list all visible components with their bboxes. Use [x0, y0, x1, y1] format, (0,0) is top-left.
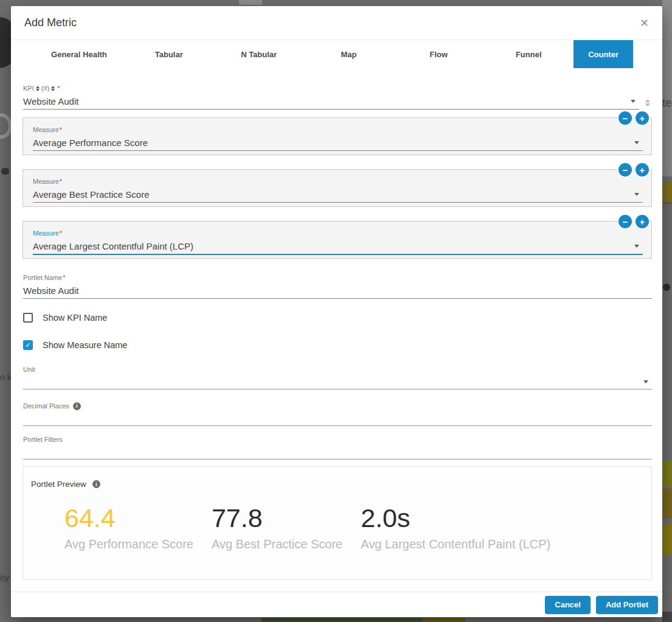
measure-card: − + Measure * Average Best Practice Scor…	[23, 169, 652, 207]
chevron-down-icon	[631, 100, 636, 103]
chevron-down-icon	[634, 193, 639, 196]
portlet-name-label: Portlet Name *	[23, 273, 652, 282]
backdrop-panel-fragment	[239, 0, 262, 5]
measure-card: − + Measure * Average Largest Contentful…	[23, 221, 652, 259]
preview-metrics: 64.4 Avg Performance Score 77.8 Avg Best…	[31, 505, 651, 551]
metric-value-2: 2.0s	[361, 505, 550, 531]
unit-block: Unit	[23, 365, 652, 390]
modal-footer: Cancel Add Portlet	[11, 592, 662, 617]
chevron-down-icon	[634, 245, 639, 248]
measure-label: Measure *	[33, 229, 643, 237]
tab-n-tabular[interactable]: N Tabular	[214, 40, 304, 68]
measure-select[interactable]: Average Performance Score	[33, 135, 643, 151]
backdrop-divider-fragment	[662, 202, 672, 204]
unit-select[interactable]	[23, 375, 652, 390]
measure-label: Measure *	[33, 125, 643, 134]
modal-body: KPI (#) * Website Audit − +	[11, 68, 662, 592]
portlet-filters-label: Portlet Filters	[23, 435, 652, 444]
backdrop-cell-fragment	[662, 183, 672, 202]
add-metric-modal: Add Metric ✕ General Health Tabular N Ta…	[11, 6, 662, 617]
tab-map[interactable]: Map	[304, 40, 394, 68]
kpi-select[interactable]: Website Audit	[23, 94, 639, 110]
preview-metric: 77.8 Avg Best Practice Score	[212, 505, 342, 551]
backdrop-cell-fragment	[662, 489, 672, 519]
backdrop-cell-fragment	[662, 612, 672, 622]
backdrop-text-fragment: n k	[0, 372, 12, 382]
decimal-places-block: Decimal Places i	[23, 402, 652, 426]
tab-counter[interactable]: Counter	[573, 40, 633, 68]
cancel-button[interactable]: Cancel	[545, 596, 591, 614]
metric-label: Avg Best Practice Score	[212, 537, 342, 551]
measure-select[interactable]: Average Largest Contentful Paint (LCP)	[33, 239, 643, 255]
backdrop-panel-fragment	[662, 0, 672, 176]
show-kpi-name-checkbox-row[interactable]: ✓ Show KPI Name	[23, 312, 652, 323]
sort-icon	[51, 86, 55, 91]
decimal-places-input[interactable]	[23, 411, 652, 426]
checkbox-label: Show Measure Name	[43, 340, 127, 350]
add-measure-button[interactable]: +	[636, 111, 649, 125]
backdrop-cell-fragment	[262, 618, 423, 622]
backdrop-cell-fragment	[662, 525, 672, 555]
preview-metric: 2.0s Avg Largest Contentful Paint (LCP)	[361, 505, 550, 551]
kpi-label: KPI (#) *	[23, 84, 639, 93]
portlet-name-input[interactable]: Website Audit	[23, 283, 652, 299]
kpi-value: Website Audit	[23, 96, 78, 107]
backdrop-icon-fragment	[663, 284, 670, 291]
portlet-filters-block: Portlet Filters	[23, 435, 652, 460]
tab-bar: General Health Tabular N Tabular Map Flo…	[11, 40, 662, 68]
backdrop-cell-fragment	[423, 618, 465, 622]
checkbox-icon[interactable]: ✓	[23, 313, 33, 323]
spinner-icon[interactable]	[643, 99, 652, 110]
add-measure-button[interactable]: +	[636, 163, 649, 176]
metric-label: Avg Largest Contentful Paint (LCP)	[361, 537, 550, 551]
info-icon: i	[92, 480, 100, 488]
portlet-name-value: Website Audit	[23, 285, 78, 296]
backdrop-badge-fragment	[1, 168, 9, 175]
backdrop-text-fragment: ity	[0, 572, 9, 582]
kpi-field-block: KPI (#) * Website Audit	[23, 84, 652, 110]
portlet-filters-input[interactable]	[23, 445, 652, 460]
chevron-down-icon	[643, 380, 648, 383]
backdrop-gauge-fragment	[0, 113, 12, 139]
metric-value-0: 64.4	[64, 505, 193, 531]
measure-select[interactable]: Average Best Practice Score	[33, 187, 643, 203]
show-measure-name-checkbox-row[interactable]: ✓ Show Measure Name	[23, 340, 652, 351]
close-icon[interactable]: ✕	[640, 18, 649, 29]
portlet-preview: Portlet Preview i 64.4 Avg Performance S…	[23, 466, 652, 580]
chevron-down-icon	[634, 141, 639, 144]
tab-tabular[interactable]: Tabular	[124, 40, 214, 68]
portlet-preview-title: Portlet Preview	[31, 480, 86, 489]
modal-header: Add Metric ✕	[11, 6, 662, 40]
add-measure-button[interactable]: +	[636, 215, 649, 228]
measure-value: Average Largest Contentful Paint (LCP)	[33, 241, 193, 251]
sort-icon	[36, 86, 40, 91]
remove-measure-button[interactable]: −	[618, 163, 632, 176]
measure-card: − + Measure * Average Performance Score	[23, 117, 652, 155]
decimal-places-label: Decimal Places i	[23, 402, 652, 410]
unit-label: Unit	[23, 365, 652, 374]
measure-value: Average Best Practice Score	[33, 189, 149, 200]
portlet-name-block: Portlet Name * Website Audit	[23, 273, 652, 299]
checkbox-icon[interactable]: ✓	[23, 340, 33, 350]
measure-label: Measure *	[33, 177, 643, 186]
remove-measure-button[interactable]: −	[618, 111, 632, 125]
backdrop-cell-fragment	[662, 461, 672, 487]
tab-flow[interactable]: Flow	[393, 40, 483, 68]
backdrop-text-fragment: te	[662, 96, 672, 110]
add-portlet-button[interactable]: Add Portlet	[596, 596, 658, 614]
modal-title: Add Metric	[24, 16, 77, 29]
metric-value-1: 77.8	[212, 505, 342, 531]
preview-metric: 64.4 Avg Performance Score	[64, 505, 193, 551]
tab-funnel[interactable]: Funnel	[483, 40, 573, 68]
measure-value: Average Performance Score	[33, 138, 148, 148]
metric-label: Avg Performance Score	[64, 537, 193, 551]
remove-measure-button[interactable]: −	[618, 215, 632, 228]
tab-general-health[interactable]: General Health	[34, 40, 124, 68]
info-icon: i	[73, 402, 81, 410]
checkbox-label: Show KPI Name	[43, 313, 107, 323]
